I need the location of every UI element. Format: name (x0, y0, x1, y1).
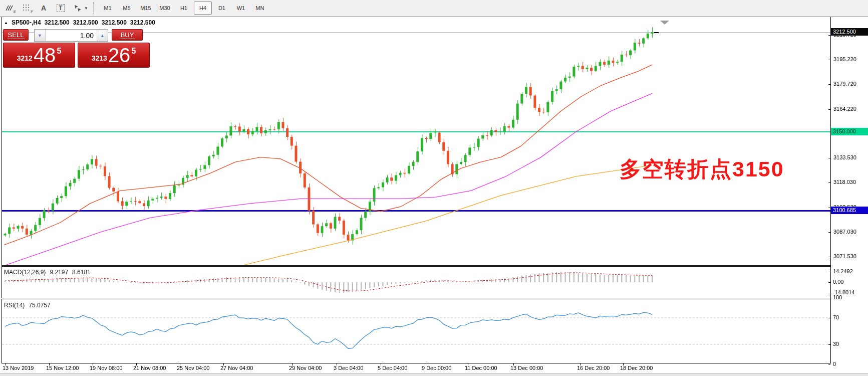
time-axis-label: 29 Nov 04:00 (289, 365, 322, 371)
buy-price-button[interactable]: 3213 26 5 (78, 43, 150, 68)
rsi-axis-label: 70 (833, 314, 839, 320)
ohlc-header: ▲ SP500-,H4 3212.500 3212.500 3212.500 3… (4, 19, 155, 26)
time-axis-label: 9 Dec 00:00 (422, 365, 451, 371)
time-axis-label: 18 Dec 20:00 (620, 365, 653, 371)
timeframe-button-m30[interactable]: M30 (156, 2, 174, 15)
timeframe-button-m1[interactable]: M1 (99, 2, 117, 15)
time-axis-label: 11 Dec 00:00 (465, 365, 497, 371)
bottom-strip (0, 373, 868, 376)
price-axis-label: 3195.220 (833, 56, 856, 62)
chart-area: ▲ SP500-,H4 3212.500 3212.500 3212.500 3… (0, 17, 868, 376)
rsi-name: RSI(14) (4, 302, 25, 309)
axis-tick (828, 84, 830, 85)
toolbar: E F A T ▼ M1M5M15M30H1H4D1W1MN (0, 0, 868, 17)
rsi-axis-label: 30 (833, 341, 839, 347)
volume-decrease-button[interactable]: ▼ (35, 30, 46, 41)
last-price-dash (654, 32, 659, 33)
axis-tick (828, 364, 830, 365)
buy-price-big: 26 (108, 45, 131, 65)
price-axis-label: 3164.220 (833, 106, 856, 112)
macd-axis-label: 14.2492 (833, 268, 853, 274)
volume-stepper: ▼ ▲ (34, 29, 108, 42)
price-axis-label: 3071.530 (833, 253, 856, 259)
toolbar-separator (93, 2, 94, 14)
collapse-arrow-icon[interactable]: ▲ (4, 21, 8, 25)
price-low: 3212.500 (102, 19, 127, 26)
volume-increase-button[interactable]: ▲ (97, 30, 108, 41)
axis-tick (828, 208, 830, 208)
rsi-label-row: RSI(14) 75.0757 (4, 302, 51, 309)
axis-tick (828, 282, 830, 283)
axis-tick (828, 109, 830, 110)
time-axis-label: 19 Nov 08:00 (90, 365, 122, 371)
sell-price-base: 3212 (17, 54, 33, 62)
timeframe-button-group: M1M5M15M30H1H4D1W1MN (98, 2, 269, 15)
axis-tick (828, 344, 830, 345)
axis-tick (828, 60, 830, 60)
icon-sub-f: F (31, 10, 33, 14)
sell-price-pip: 5 (57, 47, 61, 56)
sell-price-button[interactable]: 3212 48 5 (3, 43, 75, 68)
symbol-timeframe: SP500-,H4 (12, 19, 41, 26)
macd-name: MACD(12,26,9) (4, 269, 46, 276)
resistance-line-badge: 3150.000 (831, 128, 868, 135)
price-axis-label: 3087.030 (833, 229, 856, 235)
price-close: 3212.500 (130, 19, 155, 26)
axis-tick (828, 272, 830, 272)
timeframe-button-h1[interactable]: H1 (175, 2, 193, 15)
price-axis-label: 3133.530 (833, 154, 856, 160)
macd-main-value: 9.2197 (50, 269, 68, 276)
time-axis-label: 5 Dec 04:00 (378, 365, 407, 371)
terminal-window: E F A T ▼ M1M5M15M30H1H4D1W1MN (0, 0, 868, 376)
timeframe-button-m5[interactable]: M5 (118, 2, 136, 15)
sell-button[interactable]: SELL (3, 29, 29, 41)
buy-button[interactable]: BUY (112, 29, 143, 41)
axis-tick (828, 257, 830, 257)
time-axis-label: 27 Nov 04:00 (220, 365, 253, 371)
time-axis-label: 13 Dec 00:00 (510, 365, 543, 371)
time-axis-label: 13 Nov 2019 (3, 365, 34, 371)
timeframe-button-m15[interactable]: M15 (137, 2, 155, 15)
chart-shift-marker-icon (660, 21, 669, 25)
axis-tick (828, 293, 830, 293)
timeframe-button-h4[interactable]: H4 (194, 2, 212, 15)
arrow-styles-icon[interactable] (70, 2, 85, 15)
timeframe-button-d1[interactable]: D1 (213, 2, 231, 15)
timeframe-button-mn[interactable]: MN (251, 2, 269, 15)
axis-tick (828, 232, 830, 233)
rsi-axis-label: 100 (833, 294, 842, 300)
support-line-badge: 3100.685 (831, 207, 868, 214)
rsi-current-value: 75.0757 (29, 302, 50, 309)
time-axis-label: 25 Nov 04:00 (177, 365, 209, 371)
current-price-line-badge: 3212.500 (831, 28, 868, 36)
axis-tick (828, 298, 830, 298)
text-box-icon[interactable]: T (53, 2, 68, 15)
price-chart-canvas[interactable] (0, 17, 868, 376)
macd-axis-label: 0.00 (833, 279, 843, 285)
chart-text-annotation[interactable]: 多空转折点3150 (620, 155, 784, 184)
macd-signal-value: 8.6181 (72, 269, 91, 276)
price-open: 3212.500 (45, 19, 70, 26)
buy-price-pip: 5 (131, 47, 136, 56)
time-axis-label: 21 Nov 08:00 (133, 365, 166, 371)
macd-label-row: MACD(12,26,9) 9.2197 8.6181 (4, 269, 91, 276)
buy-price-base: 3213 (92, 54, 107, 62)
grid-icon[interactable]: F (19, 2, 34, 15)
price-axis-label: 3179.720 (833, 81, 856, 87)
text-label-icon[interactable]: A (36, 2, 51, 15)
axis-tick (828, 318, 830, 318)
axis-tick (828, 182, 830, 183)
rsi-axis-label: 0 (833, 361, 836, 367)
icon-sub-e: E (14, 10, 16, 14)
price-axis-label: 3118.030 (833, 179, 856, 185)
axis-tick (828, 158, 830, 158)
price-high: 3212.500 (73, 19, 98, 26)
time-axis-label: 3 Dec 04:00 (334, 365, 363, 371)
one-click-trade-panel: SELL ▼ ▲ BUY 3212 48 5 3213 26 (3, 29, 150, 68)
axis-tick (828, 35, 830, 36)
chart-style-icon[interactable]: E (2, 2, 17, 15)
time-axis-label: 15 Nov 12:00 (46, 365, 79, 371)
volume-input[interactable] (46, 30, 97, 41)
time-axis-label: 16 Dec 20:00 (577, 365, 610, 371)
timeframe-button-w1[interactable]: W1 (232, 2, 250, 15)
